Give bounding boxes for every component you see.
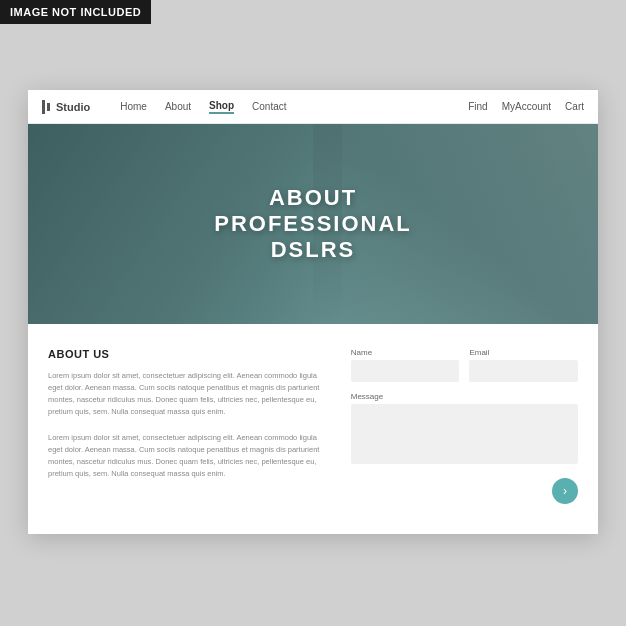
- submit-button[interactable]: ›: [552, 478, 578, 504]
- email-input[interactable]: [469, 360, 578, 382]
- form-group-name: Name: [351, 348, 460, 382]
- logo-bar-tall: [42, 100, 45, 114]
- about-text-2: Lorem ipsum dolor sit amet, consectetuer…: [48, 432, 321, 480]
- contact-form: Name Email Message ›: [351, 348, 578, 504]
- nav-link-contact[interactable]: Contact: [252, 101, 286, 112]
- form-row-name-email: Name Email: [351, 348, 578, 382]
- content-section: ABOUT US Lorem ipsum dolor sit amet, con…: [28, 324, 598, 534]
- form-group-message: Message: [351, 392, 578, 464]
- navbar: Studio Home About Shop Contact Find MyAc…: [28, 90, 598, 124]
- hero-title-line1: ABOUT: [214, 185, 412, 211]
- hero-title-line2: PROFESSIONAL: [214, 211, 412, 237]
- about-paragraph-1: Lorem ipsum dolor sit amet, consectetuer…: [48, 370, 321, 418]
- about-title: ABOUT US: [48, 348, 321, 360]
- navbar-brand: Studio: [56, 101, 90, 113]
- submit-arrow-icon: ›: [563, 485, 567, 497]
- name-label: Name: [351, 348, 460, 357]
- nav-link-myaccount[interactable]: MyAccount: [502, 101, 551, 112]
- image-not-included-badge: IMAGE NOT INCLUDED: [0, 0, 151, 24]
- message-textarea[interactable]: [351, 404, 578, 464]
- name-input[interactable]: [351, 360, 460, 382]
- form-group-email: Email: [469, 348, 578, 382]
- hero-section: ABOUT PROFESSIONAL DSLRS: [28, 124, 598, 324]
- page-wrapper: Studio Home About Shop Contact Find MyAc…: [28, 90, 598, 534]
- logo-area: Studio: [42, 100, 90, 114]
- nav-link-cart[interactable]: Cart: [565, 101, 584, 112]
- about-column: ABOUT US Lorem ipsum dolor sit amet, con…: [48, 348, 321, 504]
- nav-link-home[interactable]: Home: [120, 101, 147, 112]
- nav-link-shop[interactable]: Shop: [209, 100, 234, 114]
- navbar-right: Find MyAccount Cart: [468, 101, 584, 112]
- navbar-links: Home About Shop Contact: [120, 100, 468, 114]
- message-label: Message: [351, 392, 578, 401]
- form-submit-row: ›: [351, 478, 578, 504]
- nav-link-about[interactable]: About: [165, 101, 191, 112]
- email-label: Email: [469, 348, 578, 357]
- about-paragraph-2: Lorem ipsum dolor sit amet, consectetuer…: [48, 432, 321, 480]
- logo-icon: [42, 100, 50, 114]
- logo-bar-short: [47, 103, 50, 111]
- hero-title-line3: DSLRS: [214, 237, 412, 263]
- about-text-1: Lorem ipsum dolor sit amet, consectetuer…: [48, 370, 321, 418]
- nav-link-find[interactable]: Find: [468, 101, 487, 112]
- hero-text: ABOUT PROFESSIONAL DSLRS: [214, 185, 412, 263]
